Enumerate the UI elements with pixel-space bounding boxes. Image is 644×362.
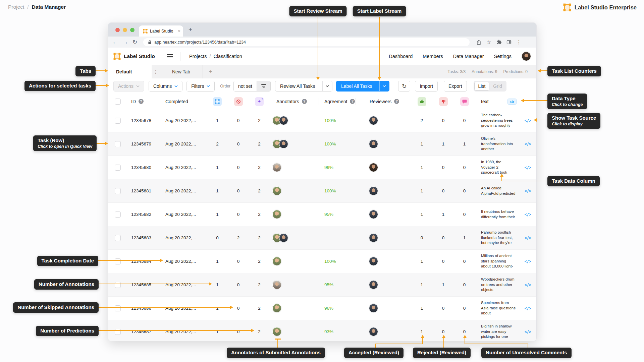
side-panel-icon[interactable] <box>506 40 512 45</box>
filters-button[interactable]: Filters <box>186 81 215 92</box>
header-agreement[interactable]: Agreement? <box>319 94 356 109</box>
help-icon[interactable]: ? <box>139 99 144 104</box>
table-row[interactable]: 12345680Aug 20 2022,...10299%100In 1989,… <box>108 156 536 179</box>
window-controls[interactable] <box>115 28 135 32</box>
nav-members[interactable]: Members <box>423 54 443 59</box>
show-task-source-button[interactable]: </> <box>525 212 531 217</box>
annotator-avatar[interactable] <box>272 304 281 313</box>
breadcrumb-parent[interactable]: Project <box>8 4 24 10</box>
user-avatar[interactable] <box>522 52 531 61</box>
annotator-avatar[interactable] <box>272 327 281 336</box>
row-checkbox[interactable] <box>115 258 121 264</box>
help-icon[interactable]: ? <box>350 99 355 104</box>
table-row[interactable]: 12345686Aug 20 2022,...10296%100Specimen… <box>108 297 536 320</box>
nav-settings[interactable]: Settings <box>494 54 512 59</box>
data-type-badge[interactable]: str <box>507 99 517 105</box>
reviewer-avatar[interactable] <box>369 280 378 289</box>
show-task-source-button[interactable]: </> <box>525 306 531 311</box>
header-skipped-count[interactable] <box>228 94 249 109</box>
export-button[interactable]: Export <box>444 81 467 92</box>
header-predictions-count[interactable]: ✦+ <box>249 94 270 109</box>
show-task-source-button[interactable]: </> <box>525 142 531 146</box>
tab-default[interactable]: Default <box>108 65 152 78</box>
row-checkbox[interactable] <box>115 305 121 311</box>
annotator-avatar[interactable] <box>272 210 281 219</box>
annotator-avatar[interactable] <box>272 280 281 289</box>
forward-button[interactable]: → <box>122 39 128 45</box>
address-bar[interactable]: app.heartex.com/projects/123456/data?tab… <box>143 38 470 46</box>
extensions-puzzle-icon[interactable] <box>496 40 501 45</box>
show-task-source-button[interactable]: </> <box>525 329 531 334</box>
reviewer-avatar[interactable] <box>369 116 378 125</box>
label-all-tasks-button[interactable]: Label All Tasks <box>336 81 389 92</box>
show-task-source-button[interactable]: </> <box>525 283 531 287</box>
add-tab-button[interactable]: + <box>203 65 218 78</box>
show-task-source-button[interactable]: </> <box>525 189 531 193</box>
minimize-window-icon[interactable] <box>123 28 127 32</box>
header-rejected-count[interactable] <box>433 94 454 109</box>
close-tab-icon[interactable]: × <box>178 28 180 34</box>
order-control[interactable]: not set <box>233 81 271 92</box>
columns-button[interactable]: Columns <box>149 81 182 92</box>
review-dropdown-toggle[interactable] <box>322 81 332 91</box>
select-all-checkbox[interactable] <box>115 99 121 105</box>
annotator-avatar[interactable] <box>272 186 281 195</box>
header-reviewers[interactable]: Reviewers? <box>356 94 411 109</box>
reviewer-avatar[interactable] <box>369 233 378 242</box>
close-window-icon[interactable] <box>115 28 120 32</box>
row-checkbox[interactable] <box>115 118 121 124</box>
header-id[interactable]: ID? <box>125 94 158 109</box>
table-row[interactable]: 12345678Aug 20 2022,...102100%200The car… <box>108 109 536 132</box>
header-accepted-count[interactable] <box>411 94 433 109</box>
reviewer-avatar[interactable] <box>369 210 378 219</box>
table-row[interactable]: 12345681Aug 20 2022,...102100%100An AI c… <box>108 179 536 203</box>
reviewer-avatar[interactable] <box>369 257 378 266</box>
table-row[interactable]: 12345682Aug 20 2022,...10295%110If neutr… <box>108 203 536 226</box>
row-checkbox[interactable] <box>115 235 121 241</box>
import-button[interactable]: Import <box>415 81 438 92</box>
table-row[interactable]: 12345685Aug 20 2022,...10295%110Woodpeck… <box>108 273 536 297</box>
table-row[interactable]: 12345679Aug 20 2022,...202100%111Olivine… <box>108 132 536 156</box>
annotator-avatar[interactable] <box>279 116 288 125</box>
header-annotators[interactable]: Annotators? <box>270 94 319 109</box>
annotator-avatar[interactable] <box>272 163 281 172</box>
app-breadcrumb-projects[interactable]: Projects <box>189 54 207 59</box>
back-button[interactable]: ← <box>112 39 118 45</box>
help-icon[interactable]: ? <box>394 99 399 104</box>
browser-tab[interactable]: Label Studio × <box>139 25 183 37</box>
show-task-source-button[interactable]: </> <box>525 236 531 240</box>
row-checkbox[interactable] <box>115 141 121 147</box>
row-checkbox[interactable] <box>115 165 121 171</box>
tab-menu-icon[interactable]: ⋮ <box>152 65 160 78</box>
reviewer-avatar[interactable] <box>369 163 378 172</box>
nav-dashboard[interactable]: Dashboard <box>389 54 413 59</box>
order-value[interactable]: not set <box>234 81 257 91</box>
header-completed[interactable]: Completed <box>158 94 207 109</box>
actions-button[interactable]: Actions <box>113 81 144 92</box>
browser-menu-icon[interactable]: ⋮ <box>517 39 522 45</box>
annotator-avatar[interactable] <box>279 139 288 148</box>
refresh-button[interactable]: ↻ <box>398 81 410 92</box>
reviewer-avatar[interactable] <box>369 139 378 148</box>
nav-data-manager[interactable]: Data Manager <box>453 54 484 59</box>
row-checkbox[interactable] <box>115 282 121 288</box>
show-task-source-button[interactable]: </> <box>525 118 531 123</box>
help-icon[interactable]: ? <box>302 99 307 104</box>
annotator-avatar[interactable] <box>279 233 288 242</box>
bookmark-star-icon[interactable]: ☆ <box>486 39 491 45</box>
table-row[interactable]: 12345683Aug 20 2022,...022001Pahrump poo… <box>108 226 536 250</box>
app-logo[interactable]: Label Studio <box>113 53 155 60</box>
annotator-avatar[interactable] <box>272 257 281 266</box>
header-comments-count[interactable] <box>454 94 475 109</box>
maximize-window-icon[interactable] <box>130 28 135 32</box>
header-annotations-count[interactable] <box>207 94 228 109</box>
grid-view-button[interactable]: Grid <box>489 82 505 90</box>
reload-button[interactable]: ↻ <box>132 39 137 45</box>
reviewer-avatar[interactable] <box>369 304 378 313</box>
reviewer-avatar[interactable] <box>369 186 378 195</box>
show-task-source-button[interactable]: </> <box>525 259 531 264</box>
sort-order-icon[interactable] <box>257 81 270 91</box>
review-all-tasks-button[interactable]: Review All Tasks <box>275 81 332 92</box>
share-icon[interactable] <box>476 40 481 45</box>
list-view-button[interactable]: List <box>474 82 490 90</box>
